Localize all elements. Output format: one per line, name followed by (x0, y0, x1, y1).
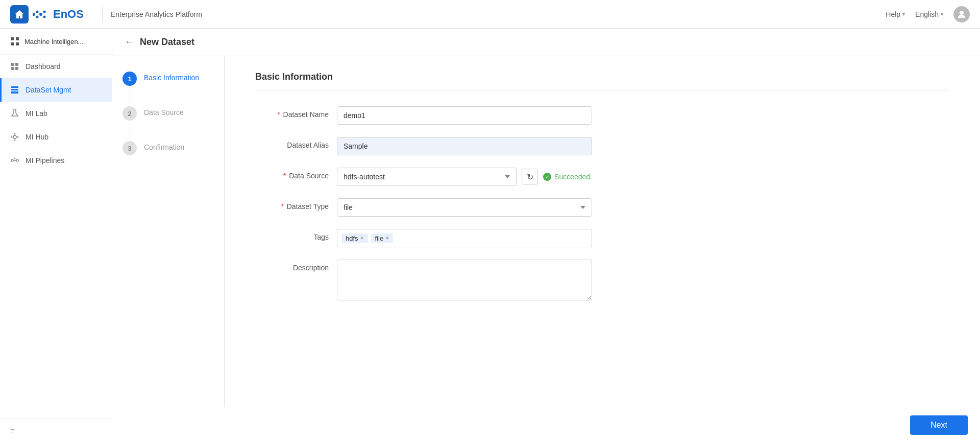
tag-hdfs: hdfs × (341, 234, 368, 243)
dataset-alias-row: Dataset Alias (255, 137, 949, 155)
tag-hdfs-remove[interactable]: × (360, 235, 364, 241)
tags-row: Tags hdfs × file × (255, 229, 949, 247)
tags-input[interactable]: hdfs × file × (337, 229, 592, 247)
svg-rect-17 (11, 91, 18, 94)
svg-point-25 (16, 159, 18, 161)
dataset-type-label: * Dataset Type (255, 198, 337, 211)
pipeline-icon (10, 156, 19, 165)
lang-label: English (915, 10, 939, 18)
status-text: Succeeded. (554, 173, 592, 181)
topbar-divider (102, 7, 103, 22)
tags-control: hdfs × file × (337, 229, 592, 247)
svg-point-3 (39, 13, 42, 16)
step-3-label: Confirmation (144, 141, 184, 151)
sidebar-bottom: ≡ (0, 418, 112, 443)
svg-rect-12 (15, 63, 18, 66)
dataset-alias-input[interactable] (337, 137, 592, 155)
enos-wordmark: EnOS (53, 8, 84, 21)
svg-point-0 (33, 13, 35, 16)
help-label: Help (886, 10, 900, 18)
dataset-type-select[interactable]: file (337, 198, 592, 217)
sidebar-item-mi-hub[interactable]: MI Hub (0, 125, 112, 149)
sidebar-item-mi-lab[interactable]: MI Lab (0, 102, 112, 125)
help-chevron-icon: ▾ (902, 11, 905, 17)
sidebar: Machine Intelligen... Dashboard DataSet … (0, 29, 112, 443)
tag-file-remove[interactable]: × (385, 235, 389, 241)
required-mark: * (277, 110, 280, 119)
dataset-name-row: * Dataset Name (255, 106, 949, 125)
help-menu[interactable]: Help ▾ (886, 10, 905, 18)
data-source-row: * Data Source hdfs-autotest ↻ (255, 168, 949, 186)
sidebar-item-label: DataSet Mgmt (26, 86, 71, 94)
refresh-icon: ↻ (527, 172, 533, 182)
steps-and-form: 1 Basic Information 2 Data Source 3 Conf… (112, 56, 980, 407)
svg-rect-15 (11, 86, 18, 88)
app-name: Enterprise Analytics Platform (111, 10, 886, 18)
main-layout: Machine Intelligen... Dashboard DataSet … (0, 29, 980, 443)
sidebar-item-label: Dashboard (26, 62, 61, 71)
step-2-label: Data Source (144, 106, 184, 116)
svg-rect-9 (11, 42, 14, 45)
status-success: ✓ Succeeded. (543, 173, 592, 181)
description-control (337, 260, 592, 302)
step-2: 2 Data Source (122, 106, 214, 121)
dataset-type-row: * Dataset Type file (255, 198, 949, 217)
step-2-circle: 2 (122, 106, 137, 121)
language-menu[interactable]: English ▾ (915, 10, 943, 18)
svg-point-19 (13, 135, 16, 138)
step-1-circle: 1 (122, 72, 137, 86)
avatar[interactable] (953, 6, 970, 22)
dataset-alias-control (337, 137, 592, 155)
dataset-name-input[interactable] (337, 106, 592, 125)
step-3-circle: 3 (122, 141, 137, 155)
step-1-label: Basic Information (144, 72, 199, 82)
hub-icon (10, 132, 19, 142)
topbar: EnOS Enterprise Analytics Platform Help … (0, 0, 980, 29)
sidebar-item-label: MI Hub (26, 133, 48, 141)
dataset-alias-label: Dataset Alias (255, 137, 337, 149)
svg-point-21 (14, 139, 16, 141)
svg-point-4 (43, 10, 46, 13)
page-header: ← New Dataset (112, 29, 980, 56)
flask-icon (10, 109, 19, 118)
logo: EnOS (10, 5, 84, 24)
svg-rect-16 (11, 89, 18, 90)
sidebar-item-dataset-mgmt[interactable]: DataSet Mgmt (0, 78, 112, 102)
description-label: Description (255, 260, 337, 272)
step-3: 3 Confirmation (122, 141, 214, 155)
description-textarea[interactable] (337, 260, 592, 300)
refresh-button[interactable]: ↻ (522, 169, 538, 185)
steps-panel: 1 Basic Information 2 Data Source 3 Conf… (112, 56, 225, 407)
topbar-right: Help ▾ English ▾ (886, 6, 970, 22)
grid-icon (10, 62, 19, 71)
data-source-control: hdfs-autotest ↻ ✓ Succeeded. (337, 168, 592, 186)
content-area: ← New Dataset 1 Basic Information 2 Data… (112, 29, 980, 443)
svg-point-20 (14, 133, 16, 135)
status-dot-icon: ✓ (543, 173, 551, 181)
dataset-name-control (337, 106, 592, 125)
svg-point-6 (960, 11, 964, 15)
svg-rect-8 (16, 37, 19, 40)
tag-hdfs-text: hdfs (346, 235, 358, 242)
sidebar-item-mi-pipelines[interactable]: MI Pipelines (0, 149, 112, 172)
svg-rect-7 (11, 37, 14, 40)
data-source-label: * Data Source (255, 168, 337, 180)
table-icon (10, 85, 19, 95)
sidebar-header: Machine Intelligen... (0, 29, 112, 55)
svg-point-27 (14, 158, 16, 159)
enos-dots-logo (33, 10, 49, 19)
home-icon[interactable] (10, 5, 29, 24)
dataset-type-control: file (337, 198, 592, 217)
sidebar-item-label: MI Pipelines (26, 156, 64, 165)
next-button[interactable]: Next (910, 415, 968, 435)
data-source-select[interactable]: hdfs-autotest (337, 168, 517, 186)
collapse-icon[interactable]: ≡ (10, 427, 14, 435)
machine-intel-icon (10, 37, 19, 46)
sidebar-item-dashboard[interactable]: Dashboard (0, 55, 112, 78)
required-mark: * (283, 172, 286, 180)
svg-point-24 (11, 159, 13, 161)
dataset-name-label: * Dataset Name (255, 106, 337, 119)
back-button[interactable]: ← (125, 37, 134, 48)
form-area: Basic Information * Dataset Name Dataset… (225, 56, 980, 407)
svg-point-23 (17, 136, 19, 138)
